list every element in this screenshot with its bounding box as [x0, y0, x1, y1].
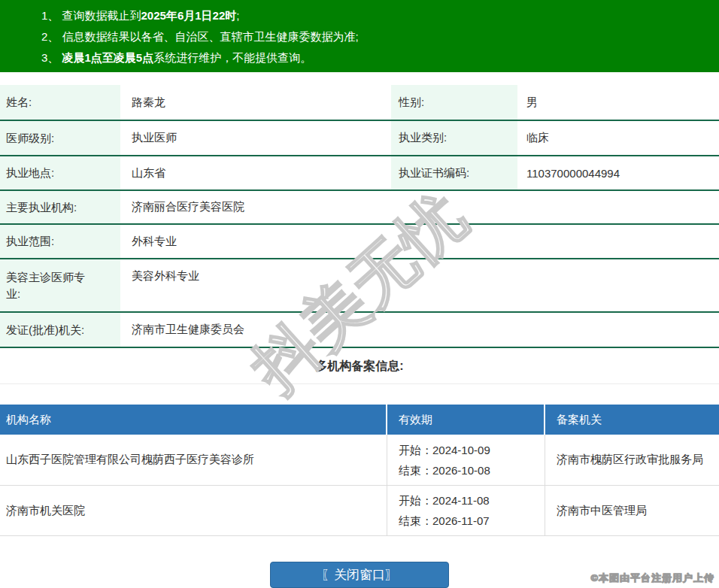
- valid-period-cell: 开始：2024-10-09 结束：2026-10-08: [387, 435, 545, 485]
- doctor-info-table: 姓名: 路秦龙 性别: 男 医师级别: 执业医师 执业类别: 临床 执业地点: …: [0, 85, 719, 348]
- gender-label: 性别:: [391, 85, 517, 120]
- period-start: 开始：2024-11-08: [399, 490, 490, 511]
- practice-location-value: 山东省: [120, 166, 391, 180]
- practice-category-label: 执业类别:: [391, 121, 517, 155]
- name-value: 路秦龙: [120, 95, 391, 110]
- table-row: 主要执业机构: 济南丽合医疗美容医院: [0, 191, 719, 225]
- certificate-number-value: 110370000044994: [517, 167, 719, 180]
- table-row: 执业地点: 山东省 执业证书编码: 110370000044994: [0, 156, 719, 191]
- org-name-cell: 济南市机关医院: [0, 486, 387, 535]
- table-row: 山东西子医院管理有限公司槐荫西子医疗美容诊所 开始：2024-10-09 结束：…: [0, 435, 719, 486]
- doctor-level-label: 医师级别:: [0, 121, 120, 155]
- registration-table-header: 机构名称 有效期 备案机关: [0, 405, 719, 435]
- notice-line-1: 1、 查询数据截止到2025年6月1日22时;: [41, 5, 719, 26]
- cosmetic-specialty-label: 美容主诊医师专业:: [0, 259, 120, 311]
- filing-authority-cell: 济南市槐荫区行政审批服务局: [545, 435, 719, 485]
- table-row: 执业范围: 外科专业: [0, 225, 719, 259]
- org-name-cell: 山东西子医院管理有限公司槐荫西子医疗美容诊所: [0, 435, 387, 485]
- practice-scope-label: 执业范围:: [0, 225, 120, 258]
- section-divider: [0, 383, 719, 384]
- practice-location-label: 执业地点:: [0, 156, 120, 189]
- notice-line-3: 3、 凌晨1点至凌晨5点系统进行维护，不能提供查询。: [41, 47, 719, 68]
- notice-3-text: 3、: [41, 51, 62, 64]
- practice-scope-value: 外科专业: [120, 235, 719, 249]
- registration-table: 机构名称 有效期 备案机关 山东西子医院管理有限公司槐荫西子医疗美容诊所 开始：…: [0, 405, 719, 536]
- notice-1-tail: ;: [236, 9, 239, 22]
- table-row: 医师级别: 执业医师 执业类别: 临床: [0, 121, 719, 156]
- notice-3-tail: 系统进行维护，不能提供查询。: [153, 51, 311, 64]
- multi-institution-section-title: 多机构备案信息:: [0, 359, 719, 374]
- table-row: 姓名: 路秦龙 性别: 男: [0, 85, 719, 121]
- cosmetic-specialty-value: 美容外科专业: [120, 269, 719, 283]
- period-start: 开始：2024-10-09: [399, 440, 490, 460]
- name-label: 姓名:: [0, 85, 120, 120]
- notice-line-2: 2、 信息数据结果以各省、自治区、直辖市卫生健康委数据为准;: [41, 26, 719, 47]
- upload-copyright-notice: ©本图由平台注册用户上传: [590, 571, 714, 585]
- main-institution-label: 主要执业机构:: [0, 191, 120, 223]
- period-end: 结束：2026-10-08: [399, 460, 490, 480]
- period-end: 结束：2026-11-07: [399, 511, 490, 531]
- column-header-valid-period: 有效期: [387, 405, 545, 435]
- practice-category-value: 临床: [517, 131, 719, 145]
- issuing-authority-value: 济南市卫生健康委员会: [120, 323, 719, 337]
- notice-banner: 1、 查询数据截止到2025年6月1日22时; 2、 信息数据结果以各省、自治区…: [0, 0, 719, 72]
- main-institution-value: 济南丽合医疗美容医院: [120, 200, 719, 214]
- table-row: 发证(批准)机关: 济南市卫生健康委员会: [0, 313, 719, 348]
- notice-1-bold: 2025年6月1日22时: [141, 9, 237, 22]
- valid-period-cell: 开始：2024-11-08 结束：2026-11-07: [387, 486, 545, 535]
- table-row: 美容主诊医师专业: 美容外科专业: [0, 259, 719, 313]
- notice-2-text: 2、 信息数据结果以各省、自治区、直辖市卫生健康委数据为准;: [41, 30, 359, 43]
- notice-1-text: 1、 查询数据截止到: [41, 9, 141, 22]
- table-row: 济南市机关医院 开始：2024-11-08 结束：2026-11-07 济南市中…: [0, 486, 719, 536]
- issuing-authority-label: 发证(批准)机关:: [0, 313, 120, 347]
- filing-authority-cell: 济南市中医管理局: [545, 486, 719, 535]
- gender-value: 男: [517, 95, 719, 110]
- close-window-button[interactable]: 〖关闭窗口〗: [270, 562, 449, 588]
- column-header-filing-authority: 备案机关: [545, 405, 719, 435]
- certificate-number-label: 执业证书编码:: [391, 156, 517, 189]
- doctor-level-value: 执业医师: [120, 131, 391, 145]
- column-header-org-name: 机构名称: [0, 405, 387, 435]
- notice-3-bold: 凌晨1点至凌晨5点: [62, 51, 154, 64]
